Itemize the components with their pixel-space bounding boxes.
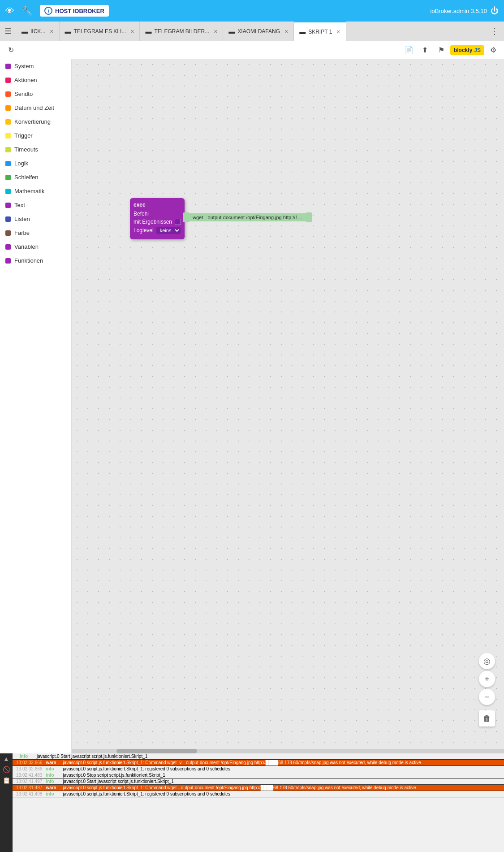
sidebar-item-schleifen[interactable]: Schleifen [0,170,71,184]
exec-block-header: exec [134,202,181,208]
zoom-out-button[interactable]: − [479,689,495,705]
mathematik-color [5,189,11,194]
zoom-out-icon: − [485,692,490,702]
sidebar-datum-label: Datum und Zeit [14,104,54,111]
sidebar-farbe-label: Farbe [14,229,30,236]
log-level: info [46,779,59,784]
canvas-scrollbar[interactable] [72,749,504,753]
sidebar-item-system[interactable]: System [0,59,71,73]
tab-iick-label: IICK... [30,28,45,35]
flag-icon: ⚑ [438,46,444,54]
tab-telegram-bilder[interactable]: ▬ TELEGRAM BILDER... × [140,22,223,41]
sidebar-funktionen-label: Funktionen [14,257,43,264]
zoom-center-button[interactable]: ◎ [479,653,495,669]
tab-telegram-es[interactable]: ▬ TELEGRAM ES KLI... × [60,22,140,41]
trigger-color [5,133,11,138]
exec-block[interactable]: exec Befehl mit Ergebnissen Loglevel kei… [130,198,185,239]
canvas-scrollbar-thumb[interactable] [116,749,197,753]
log-line: 13:02:41.483 info javascript.0 Stop scri… [13,772,504,778]
trash-button[interactable]: 🗑 [479,710,495,727]
connector-left-notch [183,212,189,222]
logo-circle: i [44,7,52,15]
sidebar-mathematik-label: Mathematik [14,188,44,195]
tab-telegram-bilder-close[interactable]: × [214,28,217,35]
sidebar-item-sendto[interactable]: Sendto [0,87,71,101]
canvas-area[interactable]: exec Befehl mit Ergebnissen Loglevel kei… [72,59,504,753]
tab-xiaomi[interactable]: ▬ XIAOMI DAFANG × [223,22,294,41]
tab-xiaomi-close[interactable]: × [284,28,288,35]
log-line: 13:02:41.498 info javascript.0 script.js… [13,791,504,797]
sidebar-item-logik[interactable]: Logik [0,156,71,170]
refresh-icon: ↻ [8,46,14,54]
mit-ergebnissen-checkbox[interactable] [175,219,181,225]
eye-icon[interactable]: 👁 [5,6,14,16]
system-color [5,64,11,69]
power-icon[interactable]: ⏻ [491,6,499,16]
blockly-js-toggle[interactable]: blockly JS [450,45,484,55]
schleifen-color [5,175,11,180]
connector-right-notch [306,212,312,222]
js-label: JS [474,47,481,53]
log-line: 13:02:02.666 warn javascript.0 script.js… [13,760,504,766]
flag-button[interactable]: ⚑ [434,43,448,57]
tab-more-button[interactable]: ⋮ [485,26,504,36]
listen-color [5,216,11,222]
variablen-color [5,244,11,250]
command-connector: wget --output-document /opt/Eingang.jpg … [183,212,312,222]
tab-skript1-label: SKRIPT 1 [308,29,332,35]
log-timestamp: 13:02:41.483 [16,773,42,778]
sidebar-item-timeouts[interactable]: Timeouts [0,143,71,156]
sidebar-item-trigger[interactable]: Trigger [0,129,71,143]
sidebar: System Aktionen Sendto Datum und Zeit Ko… [0,59,72,753]
sidebar-item-farbe[interactable]: Farbe [0,226,71,240]
sidebar-schleifen-label: Schleifen [14,174,38,181]
log-timestamp: 13:02:02.666 [16,760,42,765]
log-message: javascript.0 script.js.funktioniert.Skri… [63,785,500,790]
refresh-button[interactable]: ↻ [4,43,18,57]
sidebar-item-konvertierung[interactable]: Konvertierung [0,115,71,129]
log-sidebar-icons: ▲ 🚫 📋 [0,753,13,852]
sidebar-item-datum[interactable]: Datum und Zeit [0,101,71,115]
hamburger-button[interactable]: ☰ [0,22,16,41]
log-copy-icon[interactable]: 📋 [3,777,10,784]
zoom-controls: ◎ + − 🗑 [479,653,495,727]
sidebar-logik-label: Logik [14,160,28,167]
log-message: javascript.0 script.js.funktioniert.Skri… [63,766,500,771]
tab-skript1-close[interactable]: × [336,28,340,35]
farbe-color [5,230,11,236]
tab-iick-close[interactable]: × [50,28,53,35]
export-button[interactable]: ⬆ [418,43,432,57]
main-content: System Aktionen Sendto Datum und Zeit Ko… [0,59,504,753]
sidebar-item-text[interactable]: Text [0,198,71,212]
log-lines-container: info javascript.0 Start javascript scrip… [13,753,504,852]
settings-icon: ⚙ [490,46,496,54]
sidebar-item-mathematik[interactable]: Mathematik [0,184,71,198]
log-message: javascript.0 Start javascript script.js.… [63,779,500,784]
zoom-in-icon: + [485,675,490,684]
file-button[interactable]: 📄 [402,43,416,57]
toolbar: ↻ 📄 ⬆ ⚑ blockly JS ⚙ [0,41,504,59]
tab-telegram-bilder-icon: ▬ [145,28,151,35]
sidebar-trigger-label: Trigger [14,132,33,139]
log-line: info javascript.0 Start javascript scrip… [13,753,504,760]
log-message: javascript.0 Start javascript script.js.… [37,754,500,759]
sidebar-item-variablen[interactable]: Variablen [0,240,71,254]
sidebar-item-listen[interactable]: Listen [0,212,71,226]
loglevel-label: Loglevel [134,227,154,234]
sidebar-system-label: System [14,63,34,69]
trash-icon: 🗑 [483,714,491,723]
wrench-icon[interactable]: 🔧 [22,5,33,16]
log-clear-icon[interactable]: 🚫 [3,766,10,773]
loglevel-select[interactable]: keins [156,227,181,234]
log-scroll-up-icon[interactable]: ▲ [3,755,9,762]
topbar: 👁 🔧 i HOST IOBROKER ioBroker.admin 3.5.1… [0,0,504,22]
sidebar-item-aktionen[interactable]: Aktionen [0,73,71,87]
sidebar-item-funktionen[interactable]: Funktionen [0,254,71,268]
export-icon: ⬆ [422,46,428,54]
zoom-in-button[interactable]: + [479,671,495,687]
settings-button[interactable]: ⚙ [486,43,500,57]
tab-telegram-es-close[interactable]: × [130,28,134,35]
tab-xiaomi-icon: ▬ [228,28,235,35]
tab-skript1[interactable]: ▬ SKRIPT 1 × [294,22,346,41]
tab-iick[interactable]: ▬ IICK... × [16,22,60,41]
